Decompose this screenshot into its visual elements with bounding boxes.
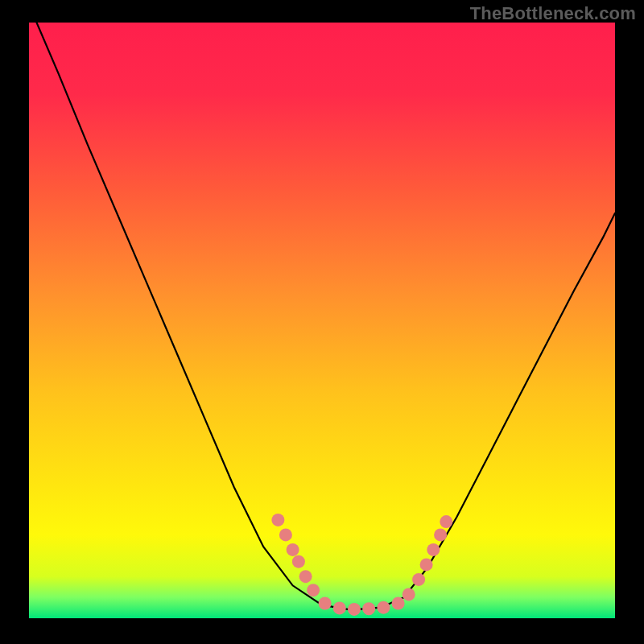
marker-dot bbox=[427, 543, 440, 556]
marker-dot bbox=[434, 528, 447, 541]
marker-dot bbox=[307, 584, 320, 597]
marker-dot bbox=[299, 570, 312, 583]
plot-area bbox=[29, 23, 615, 618]
marker-dot bbox=[440, 515, 452, 528]
marker-dot bbox=[392, 597, 405, 610]
marker-dot bbox=[287, 543, 299, 556]
marker-dot bbox=[412, 573, 425, 586]
marker-dot bbox=[333, 601, 346, 614]
marker-dot bbox=[420, 558, 433, 571]
marker-dot bbox=[292, 555, 305, 568]
marker-dot bbox=[402, 588, 415, 601]
bottleneck-chart bbox=[0, 0, 644, 644]
marker-dot bbox=[377, 601, 390, 614]
marker-dot bbox=[362, 602, 375, 615]
marker-dot bbox=[279, 528, 292, 541]
marker-dot bbox=[319, 597, 332, 610]
watermark-text: TheBottleneck.com bbox=[470, 3, 636, 24]
marker-dot bbox=[271, 514, 284, 526]
marker-dot bbox=[348, 603, 361, 616]
